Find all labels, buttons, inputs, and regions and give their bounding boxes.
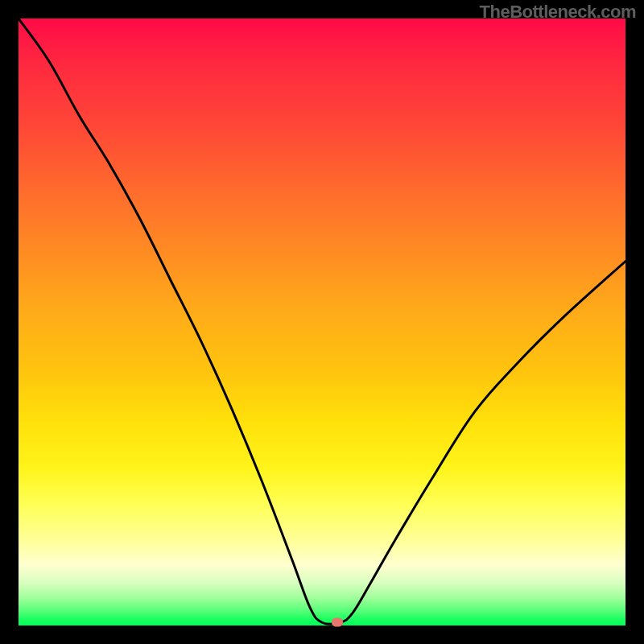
chart-frame: TheBottleneck.com bbox=[0, 0, 644, 644]
curve-path bbox=[19, 19, 625, 624]
bottleneck-curve bbox=[19, 19, 625, 625]
optimal-point-marker bbox=[332, 618, 343, 627]
watermark-text: TheBottleneck.com bbox=[480, 2, 636, 23]
plot-area bbox=[19, 19, 625, 625]
